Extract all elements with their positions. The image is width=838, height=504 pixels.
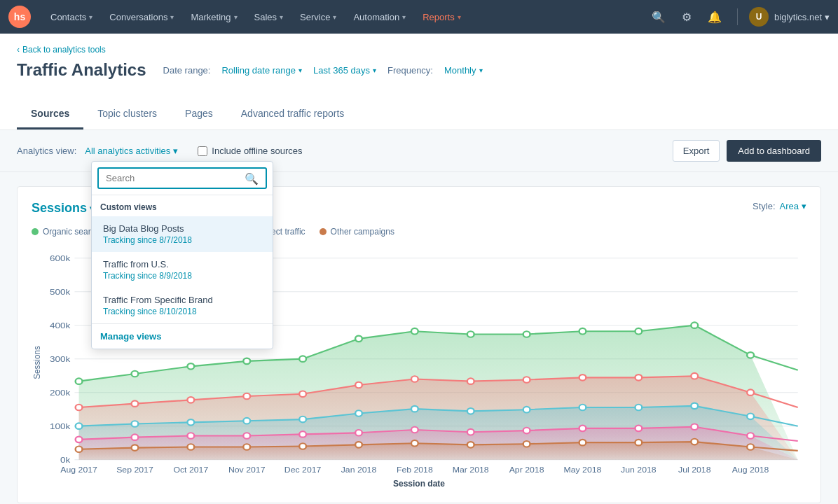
svg-text:Aug 2018: Aug 2018 [732, 466, 769, 474]
page-title-row: Traffic Analytics Date range: Rolling da… [17, 60, 821, 91]
nav-marketing[interactable]: Marketing▾ [182, 0, 245, 34]
svg-point-74 [76, 446, 83, 452]
dropdown-item-1-title: Traffic from U.S. [103, 259, 261, 270]
frequency-dropdown[interactable]: Monthly ▾ [444, 65, 483, 76]
style-dropdown[interactable]: Area ▾ [780, 201, 806, 211]
svg-point-70 [635, 426, 642, 432]
svg-point-77 [243, 444, 250, 450]
back-link[interactable]: ‹ Back to analytics tools [17, 45, 821, 55]
svg-point-52 [411, 406, 418, 412]
svg-point-78 [299, 443, 306, 449]
svg-point-49 [243, 418, 250, 424]
svg-point-46 [76, 423, 83, 429]
svg-point-18 [76, 378, 83, 384]
svg-point-22 [299, 356, 306, 362]
svg-text:Sep 2017: Sep 2017 [116, 466, 153, 474]
nav-sales-chevron: ▾ [280, 13, 283, 21]
analytics-view-dropdown[interactable]: All analytics activities ▾ [85, 146, 178, 156]
svg-point-27 [579, 328, 586, 335]
date-range-dropdown[interactable]: Rolling date range ▾ [221, 65, 302, 76]
nav-conversations[interactable]: Conversations▾ [101, 0, 182, 34]
svg-point-38 [411, 376, 418, 382]
user-menu[interactable]: biglytics.net ▾ [774, 12, 830, 22]
svg-point-80 [411, 440, 418, 447]
svg-point-69 [579, 426, 586, 432]
svg-point-53 [467, 408, 474, 414]
dropdown-item-0-title: Big Data Blog Posts [103, 223, 261, 234]
svg-point-75 [132, 444, 139, 451]
date-range-chevron: ▾ [298, 66, 302, 74]
hubspot-logo[interactable]: hs [8, 6, 31, 28]
custom-views-label: Custom views [92, 195, 273, 216]
svg-point-60 [76, 437, 83, 443]
svg-point-63 [243, 433, 250, 439]
search-input[interactable] [97, 167, 267, 189]
nav-reports[interactable]: Reports▾ [414, 0, 469, 34]
page-title: Traffic Analytics [17, 60, 146, 80]
dropdown-item-2-title: Traffic From Specific Brand [103, 295, 261, 305]
svg-text:Feb 2018: Feb 2018 [397, 466, 433, 474]
svg-text:May 2018: May 2018 [564, 466, 602, 474]
legend-other-campaigns-dot [320, 228, 327, 235]
settings-button[interactable]: ⚙ [675, 6, 698, 28]
tab-sources[interactable]: Sources [17, 99, 83, 130]
svg-point-71 [691, 424, 698, 430]
dropdown-item-1[interactable]: Traffic from U.S. Tracking since 8/9/201… [92, 252, 273, 288]
svg-point-30 [747, 352, 754, 358]
analytics-view-popup: 🔍 Custom views Big Data Blog Posts Track… [91, 161, 273, 349]
svg-text:Aug 2017: Aug 2017 [60, 466, 97, 474]
nav-contacts[interactable]: Contacts▾ [42, 0, 101, 34]
dropdown-item-2[interactable]: Traffic From Specific Brand Tracking sin… [92, 288, 273, 323]
svg-text:Apr 2018: Apr 2018 [509, 466, 544, 474]
search-button[interactable]: 🔍 [647, 6, 670, 28]
nav-service[interactable]: Service▾ [291, 0, 345, 34]
style-label: Style: [753, 201, 776, 211]
tabs: Sources Topic clusters Pages Advanced tr… [17, 99, 821, 130]
svg-point-20 [187, 363, 194, 370]
nav-automation[interactable]: Automation▾ [345, 0, 414, 34]
dropdown-item-1-sub: Tracking since 8/9/2018 [103, 271, 261, 281]
manage-views-link[interactable]: Manage views [92, 323, 273, 349]
svg-point-42 [635, 374, 642, 381]
style-chevron-icon: ▾ [802, 201, 806, 211]
tab-advanced[interactable]: Advanced traffic reports [227, 99, 359, 130]
tab-pages[interactable]: Pages [171, 99, 227, 130]
export-button[interactable]: Export [673, 140, 720, 162]
svg-text:Dec 2017: Dec 2017 [284, 466, 322, 474]
svg-point-28 [635, 328, 642, 335]
nav-links: Contacts▾ Conversations▾ Marketing▾ Sale… [42, 0, 647, 34]
svg-point-35 [243, 393, 250, 400]
dropdown-item-0[interactable]: Big Data Blog Posts Tracking since 8/7/2… [92, 216, 273, 252]
dropdown-item-2-sub: Tracking since 8/10/2018 [103, 307, 261, 316]
svg-point-65 [355, 430, 362, 436]
sessions-dropdown[interactable]: Sessions ▾ [32, 201, 94, 216]
svg-point-25 [467, 331, 474, 337]
svg-point-26 [523, 331, 530, 337]
svg-point-23 [355, 336, 362, 342]
svg-text:Jun 2018: Jun 2018 [621, 466, 657, 474]
svg-point-62 [187, 433, 194, 439]
svg-text:Mar 2018: Mar 2018 [453, 466, 489, 474]
notifications-button[interactable]: 🔔 [703, 6, 726, 28]
avatar[interactable]: U [749, 7, 769, 27]
svg-point-51 [355, 410, 362, 416]
tab-topic-clusters[interactable]: Topic clusters [83, 99, 171, 130]
svg-point-64 [299, 431, 306, 438]
svg-point-19 [132, 371, 139, 377]
nav-sales[interactable]: Sales▾ [246, 0, 292, 34]
frequency-chevron: ▾ [479, 66, 483, 74]
svg-point-50 [299, 416, 306, 423]
nav-contacts-chevron: ▾ [89, 13, 92, 21]
svg-point-21 [243, 358, 250, 365]
offline-sources-checkbox[interactable] [198, 146, 207, 156]
x-axis-label: Session date [32, 479, 806, 489]
svg-text:Jul 2018: Jul 2018 [678, 466, 710, 474]
date-range-label: Date range: [163, 65, 211, 76]
svg-text:300k: 300k [50, 355, 71, 364]
user-chevron-icon: ▾ [825, 12, 830, 22]
dropdown-item-0-sub: Tracking since 8/7/2018 [103, 235, 261, 245]
add-to-dashboard-button[interactable]: Add to dashboard [727, 140, 821, 162]
svg-text:500k: 500k [50, 288, 71, 297]
date-period-dropdown[interactable]: Last 365 days ▾ [313, 65, 376, 76]
svg-point-58 [747, 414, 754, 420]
